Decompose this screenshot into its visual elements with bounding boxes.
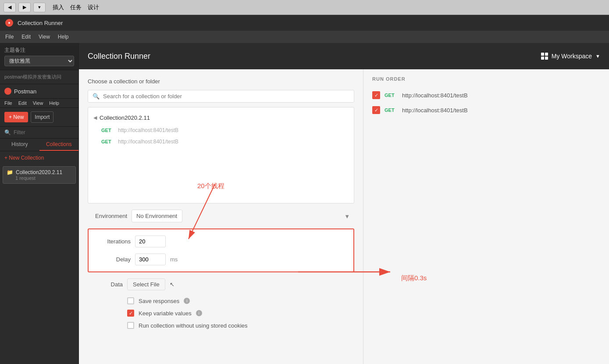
- save-responses-label: Save responses: [139, 298, 179, 304]
- env-select-wrapper: No Environment ▼: [132, 210, 354, 222]
- iterations-label: Iterations: [96, 238, 131, 245]
- run-order-item-0: ✓ GET http://localhost:8401/testB: [372, 88, 600, 103]
- sidebar: 主题备注 微软雅黑 postman模拟并发密集访问 Postman File E…: [0, 43, 79, 364]
- method-tag-1: GET: [101, 139, 114, 144]
- delay-row: Delay ms: [96, 253, 346, 265]
- run-order-checkbox-1[interactable]: ✓: [372, 106, 380, 114]
- run-order-item-1: ✓ GET http://localhost:8401/testB: [372, 103, 600, 118]
- run-order-panel: RUN ORDER ✓ GET http://localhost:8401/te…: [363, 69, 609, 364]
- os-menu-btn[interactable]: ▾: [33, 3, 46, 12]
- run-order-checkbox-0[interactable]: ✓: [372, 91, 380, 99]
- workspace-button[interactable]: My Workspace ▼: [541, 53, 600, 60]
- method-tag-0: GET: [101, 128, 114, 133]
- config-box: Iterations Delay ms: [88, 228, 354, 272]
- no-cookies-row: Run collection without using stored cook…: [88, 319, 354, 332]
- new-button[interactable]: + New: [4, 112, 28, 122]
- os-bar: ◀ ▶ ▾ 插入 任务 设计: [0, 0, 609, 15]
- main-area: 主题备注 微软雅黑 postman模拟并发密集访问 Postman File E…: [0, 43, 609, 364]
- menu-file[interactable]: File: [5, 34, 14, 40]
- app-menubar: File Edit View Help: [0, 31, 609, 43]
- tab-collections[interactable]: Collections: [39, 139, 79, 151]
- runner-config: Choose a collection or folder 🔍 ◀ Collec…: [79, 69, 363, 364]
- collection-tree: ◀ Collection2020.2.11 GET http://localho…: [88, 107, 354, 203]
- runner-body: Choose a collection or folder 🔍 ◀ Collec…: [79, 69, 609, 364]
- os-menu: 插入 任务 设计: [53, 4, 99, 11]
- app-title: Collection Runner: [18, 20, 63, 26]
- save-responses-row: Save responses i: [88, 295, 354, 307]
- keep-variable-label: Keep variable values: [139, 310, 192, 317]
- tree-request-0[interactable]: GET http://localhost:8401/testB: [88, 125, 354, 136]
- delay-unit: ms: [170, 256, 178, 263]
- search-icon: 🔍: [93, 93, 100, 100]
- search-input[interactable]: [103, 93, 349, 100]
- os-menu-insert[interactable]: 插入: [53, 4, 64, 11]
- iterations-input[interactable]: [135, 236, 166, 247]
- filter-input[interactable]: [14, 129, 74, 136]
- os-menu-task[interactable]: 任务: [70, 4, 82, 11]
- postman-label: Postman: [14, 88, 36, 95]
- run-order-method-0: GET: [385, 93, 398, 98]
- data-row: Data Select File ↖: [88, 278, 354, 290]
- request-url-0: http://localhost:8401/testB: [118, 127, 178, 133]
- workspace-dropdown-icon: ▼: [595, 54, 600, 59]
- iterations-row: Iterations: [96, 236, 346, 247]
- runner-title: Collection Runner: [88, 52, 150, 61]
- collection-folder-icon: 📁: [7, 169, 13, 175]
- import-button[interactable]: Import: [31, 111, 53, 123]
- collection-sub: 1 request: [7, 175, 72, 181]
- menu-view[interactable]: View: [39, 34, 50, 40]
- sidebar-actions: + New Import: [0, 108, 78, 127]
- sidebar-tabs: History Collections: [0, 139, 78, 151]
- delay-label: Delay: [96, 256, 131, 263]
- tree-collection-name: Collection2020.2.11: [100, 114, 150, 121]
- search-box: 🔍: [88, 90, 354, 103]
- font-select[interactable]: 微软雅黑: [4, 56, 74, 66]
- collection-name: Collection2020.2.11: [16, 169, 62, 175]
- sidebar-postman: Postman: [0, 84, 78, 99]
- run-order-url-1: http://localhost:8401/testB: [402, 107, 468, 114]
- no-cookies-checkbox[interactable]: [127, 322, 134, 329]
- tab-history[interactable]: History: [0, 139, 39, 151]
- theme-label: 主题备注: [4, 46, 74, 54]
- runner-header: Collection Runner My Workspace ▼: [79, 43, 609, 69]
- request-url-1: http://localhost:8401/testB: [118, 139, 178, 145]
- app-topbar: ● Collection Runner: [0, 15, 609, 31]
- app-logo: ●: [5, 19, 13, 27]
- keep-variable-info[interactable]: i: [196, 310, 202, 316]
- env-select[interactable]: No Environment: [132, 210, 182, 222]
- postman-logo-icon: [4, 88, 11, 95]
- workspace-label: My Workspace: [552, 53, 592, 60]
- sidebar-app-menu: File Edit View Help: [0, 99, 78, 108]
- run-order-url-0: http://localhost:8401/testB: [402, 92, 468, 99]
- new-collection-btn[interactable]: + New Collection: [0, 151, 78, 164]
- os-back-btn[interactable]: ◀: [4, 3, 16, 12]
- sidebar-menu-help[interactable]: Help: [49, 100, 59, 106]
- keep-variable-row: Keep variable values i: [88, 307, 354, 319]
- delay-input[interactable]: [135, 253, 166, 265]
- filter-icon: 🔍: [4, 129, 11, 136]
- select-file-button[interactable]: Select File: [127, 278, 165, 290]
- menu-help[interactable]: Help: [58, 34, 69, 40]
- choose-label: Choose a collection or folder: [88, 78, 354, 85]
- tree-collection[interactable]: ◀ Collection2020.2.11: [88, 111, 354, 125]
- sidebar-header: 主题备注 微软雅黑: [0, 43, 78, 70]
- sidebar-menu-edit[interactable]: Edit: [18, 100, 27, 106]
- sidebar-menu-file[interactable]: File: [4, 100, 12, 106]
- env-label: Environment: [88, 213, 127, 219]
- sidebar-collection-item[interactable]: 📁 Collection2020.2.11 1 request: [3, 166, 76, 184]
- no-cookies-label: Run collection without using stored cook…: [139, 322, 248, 329]
- runner-panel: Collection Runner My Workspace ▼ Choo: [79, 43, 609, 364]
- sidebar-filter: 🔍: [0, 127, 78, 139]
- env-row: Environment No Environment ▼: [88, 210, 354, 222]
- keep-variable-checkbox[interactable]: [127, 310, 134, 317]
- os-menu-design[interactable]: 设计: [88, 4, 99, 11]
- save-responses-checkbox[interactable]: [127, 297, 134, 304]
- save-responses-info[interactable]: i: [184, 298, 190, 304]
- tree-request-1[interactable]: GET http://localhost:8401/testB: [88, 136, 354, 147]
- os-forward-btn[interactable]: ▶: [18, 3, 31, 12]
- tree-arrow-icon: ◀: [93, 115, 97, 121]
- sidebar-menu-view[interactable]: View: [33, 100, 43, 106]
- menu-edit[interactable]: Edit: [21, 34, 31, 40]
- env-dropdown-icon: ▼: [344, 213, 350, 219]
- cursor-icon: ↖: [170, 281, 175, 288]
